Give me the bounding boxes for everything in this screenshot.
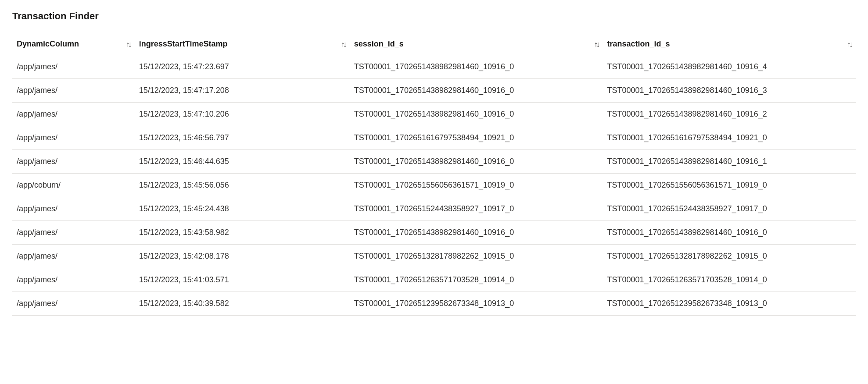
table-row[interactable]: /app/james/15/12/2023, 15:45:24.438TST00… [12,197,856,221]
cell-dynamic: /app/james/ [12,150,135,174]
cell-session: TST00001_1702651239582673348_10913_0 [350,292,603,316]
table-row[interactable]: /app/james/15/12/2023, 15:47:10.206TST00… [12,103,856,126]
cell-transaction: TST00001_1702651524438358927_10917_0 [603,197,856,221]
sort-icon[interactable]: ↑↓ [126,40,130,48]
cell-transaction: TST00001_1702651438982981460_10916_4 [603,55,856,79]
cell-transaction: TST00001_1702651239582673348_10913_0 [603,292,856,316]
cell-ingress: 15/12/2023, 15:40:39.582 [135,292,350,316]
cell-session: TST00001_1702651328178982262_10915_0 [350,245,603,268]
cell-transaction: TST00001_1702651438982981460_10916_3 [603,79,856,103]
col-header-ingress[interactable]: ingressStartTimeStamp ↑↓ [135,34,350,55]
transaction-table: DynamicColumn ↑↓ ingressStartTimeStamp ↑… [12,34,856,316]
table-row[interactable]: /app/james/15/12/2023, 15:46:56.797TST00… [12,126,856,150]
cell-transaction: TST00001_1702651438982981460_10916_2 [603,103,856,126]
cell-session: TST00001_1702651438982981460_10916_0 [350,150,603,174]
cell-ingress: 15/12/2023, 15:45:56.056 [135,174,350,197]
cell-ingress: 15/12/2023, 15:47:17.208 [135,79,350,103]
cell-session: TST00001_1702651263571703528_10914_0 [350,268,603,292]
table-row[interactable]: /app/james/15/12/2023, 15:40:39.582TST00… [12,292,856,316]
table-row[interactable]: /app/coburn/15/12/2023, 15:45:56.056TST0… [12,174,856,197]
cell-dynamic: /app/james/ [12,79,135,103]
sort-icon[interactable]: ↑↓ [594,40,598,48]
cell-dynamic: /app/coburn/ [12,174,135,197]
cell-transaction: TST00001_1702651328178982262_10915_0 [603,245,856,268]
cell-dynamic: /app/james/ [12,292,135,316]
table-row[interactable]: /app/james/15/12/2023, 15:46:44.635TST00… [12,150,856,174]
page-title: Transaction Finder [12,11,856,22]
cell-session: TST00001_1702651616797538494_10921_0 [350,126,603,150]
cell-transaction: TST00001_1702651438982981460_10916_1 [603,150,856,174]
col-header-session[interactable]: session_id_s ↑↓ [350,34,603,55]
cell-dynamic: /app/james/ [12,55,135,79]
cell-dynamic: /app/james/ [12,103,135,126]
cell-dynamic: /app/james/ [12,197,135,221]
cell-dynamic: /app/james/ [12,268,135,292]
table-row[interactable]: /app/james/15/12/2023, 15:41:03.571TST00… [12,268,856,292]
cell-transaction: TST00001_1702651556056361571_10919_0 [603,174,856,197]
col-header-session-label: session_id_s [354,39,404,49]
cell-session: TST00001_1702651438982981460_10916_0 [350,103,603,126]
cell-ingress: 15/12/2023, 15:47:10.206 [135,103,350,126]
cell-transaction: TST00001_1702651263571703528_10914_0 [603,268,856,292]
table-body: /app/james/15/12/2023, 15:47:23.697TST00… [12,55,856,316]
cell-ingress: 15/12/2023, 15:46:44.635 [135,150,350,174]
table-row[interactable]: /app/james/15/12/2023, 15:47:23.697TST00… [12,55,856,79]
table-header-row: DynamicColumn ↑↓ ingressStartTimeStamp ↑… [12,34,856,55]
cell-ingress: 15/12/2023, 15:41:03.571 [135,268,350,292]
cell-dynamic: /app/james/ [12,221,135,245]
table-row[interactable]: /app/james/15/12/2023, 15:47:17.208TST00… [12,79,856,103]
col-header-transaction[interactable]: transaction_id_s ↑↓ [603,34,856,55]
col-header-transaction-label: transaction_id_s [607,39,670,49]
cell-ingress: 15/12/2023, 15:43:58.982 [135,221,350,245]
cell-session: TST00001_1702651438982981460_10916_0 [350,221,603,245]
cell-session: TST00001_1702651438982981460_10916_0 [350,55,603,79]
cell-ingress: 15/12/2023, 15:45:24.438 [135,197,350,221]
cell-ingress: 15/12/2023, 15:47:23.697 [135,55,350,79]
cell-session: TST00001_1702651524438358927_10917_0 [350,197,603,221]
sort-icon[interactable]: ↑↓ [847,40,851,48]
table-row[interactable]: /app/james/15/12/2023, 15:43:58.982TST00… [12,221,856,245]
cell-dynamic: /app/james/ [12,245,135,268]
col-header-dynamic-label: DynamicColumn [17,39,79,49]
cell-session: TST00001_1702651556056361571_10919_0 [350,174,603,197]
sort-icon[interactable]: ↑↓ [341,40,345,48]
table-row[interactable]: /app/james/15/12/2023, 15:42:08.178TST00… [12,245,856,268]
cell-session: TST00001_1702651438982981460_10916_0 [350,79,603,103]
col-header-dynamic[interactable]: DynamicColumn ↑↓ [12,34,135,55]
cell-dynamic: /app/james/ [12,126,135,150]
cell-transaction: TST00001_1702651438982981460_10916_0 [603,221,856,245]
cell-transaction: TST00001_1702651616797538494_10921_0 [603,126,856,150]
cell-ingress: 15/12/2023, 15:42:08.178 [135,245,350,268]
cell-ingress: 15/12/2023, 15:46:56.797 [135,126,350,150]
col-header-ingress-label: ingressStartTimeStamp [139,39,228,49]
